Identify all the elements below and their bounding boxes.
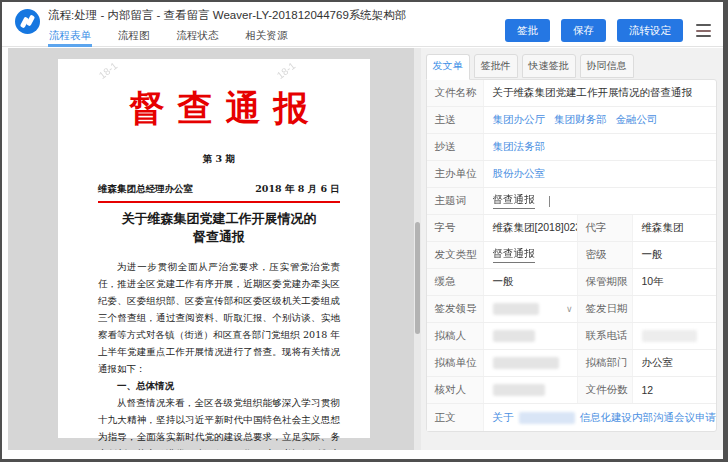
secrecy-value: 一般 [633, 242, 717, 268]
field-label: 正文 [427, 404, 484, 431]
scrollbar-thumb[interactable] [415, 222, 420, 334]
file-name-value: 关于维森集团党建工作开展情况的督查通报 [484, 80, 717, 106]
field-label: 主送 [427, 107, 484, 133]
field-label: 字号 [427, 215, 484, 241]
dept-link[interactable]: 集团办公厅 [493, 113, 546, 127]
doc-type-text: 督查通报 [493, 247, 535, 263]
redacted-text [493, 357, 559, 369]
bottom-strip [2, 450, 723, 459]
phone-value [633, 323, 717, 349]
doc-number-value: 维森集团[2018]023号 [484, 215, 577, 241]
field-label: 主题词 [427, 188, 484, 214]
dept-link[interactable]: 金融公司 [616, 113, 658, 127]
app-logo-icon [15, 9, 40, 34]
workflow-window: 流程:处理 - 内部留言 - 查看留言 Weaver-LY-2018120447… [0, 0, 728, 462]
field-label: 拟稿人 [427, 323, 484, 349]
drafter-value [484, 323, 577, 349]
redacted-text [642, 330, 697, 342]
form-row-main-send: 主送 集团办公厅 集团财务部 金融公司 [427, 107, 717, 134]
form-row-urgency: 缓急 一般 保管期限 10年 [427, 269, 717, 296]
subject-value: 督查通报 [484, 188, 717, 214]
dispatch-form: 文件名称 关于维森集团党建工作开展情况的督查通报 主送 集团办公厅 集团财务部 … [426, 79, 718, 432]
copy-send-value: 集团法务部 [484, 134, 717, 160]
draft-unit-value [484, 350, 577, 376]
approve-button[interactable]: 签批 [505, 19, 550, 42]
form-row-doc-number: 字号 维森集团[2018]023号 代字 维森集团 [427, 215, 717, 242]
field-label: 发文类型 [427, 242, 484, 268]
form-row-sign-leader: 签发领导 ∨ 签发日期 [427, 296, 717, 323]
panel-tab-collab-info[interactable]: 协同信息 [580, 54, 634, 78]
field-label: 拟稿单位 [427, 350, 484, 376]
redacted-text [493, 303, 539, 315]
chevron-down-icon[interactable]: ∨ [566, 304, 573, 314]
document-issue-number: 第 3 期 [98, 153, 340, 166]
panel-tab-approval-doc[interactable]: 签批件 [474, 54, 518, 78]
document-title-line1: 关于维森集团党建工作开展情况的 [121, 211, 316, 226]
doc-type-value: 督查通报 [484, 242, 577, 268]
form-row-copy-send: 抄送 集团法务部 [427, 134, 717, 161]
document-org-date-row: 维森集团总经理办公室 2018 年 8 月 6 日 [98, 183, 340, 196]
document-scrollbar[interactable] [414, 48, 421, 450]
field-label: 文件名称 [427, 80, 484, 106]
panel-tab-dispatch-form[interactable]: 发文单 [426, 54, 470, 80]
form-panel: 发文单 签批件 快速签批 协同信息 文件名称 关于维森集团党建工作开展情况的督查… [421, 48, 724, 450]
copies-value: 12 [633, 377, 717, 403]
main-content: 18-1 18-1 督查通报 第 3 期 维森集团总经理办公室 2018 年 8… [2, 48, 723, 450]
daizi-value: 维森集团 [633, 215, 717, 241]
field-label: 签发日期 [577, 296, 633, 322]
tab-related-resources[interactable]: 相关资源 [245, 27, 289, 47]
document-title: 关于维森集团党建工作开展情况的 督查通报 [98, 210, 340, 245]
field-label: 密级 [577, 242, 633, 268]
dept-link[interactable]: 股份办公室 [493, 167, 546, 181]
more-menu-icon[interactable] [696, 24, 711, 37]
main-send-value: 集团办公厅 集团财务部 金融公司 [484, 107, 717, 133]
body-doc-link-suffix: 信息化建设内部沟通会议申请 [580, 411, 717, 425]
header-actions: 签批 保存 流转设定 [505, 19, 711, 42]
document-title-line2: 督查通报 [193, 229, 245, 244]
body-doc-link-prefix: 关于 [493, 411, 514, 425]
header-bar: 流程:处理 - 内部留言 - 查看留言 Weaver-LY-2018120447… [2, 2, 723, 47]
document-section-heading: 一、总体情况 [98, 377, 340, 394]
watermark: 18-1 [275, 60, 298, 81]
redacted-text [493, 384, 545, 396]
save-button[interactable]: 保存 [561, 19, 606, 42]
urgency-value: 一般 [484, 269, 577, 295]
host-unit-value: 股份办公室 [484, 161, 717, 187]
tab-flow-status[interactable]: 流程状态 [176, 27, 220, 47]
field-label: 代字 [577, 215, 633, 241]
tab-flow-form[interactable]: 流程表单 [48, 27, 92, 47]
field-label: 拟稿部门 [577, 350, 633, 376]
body-doc-value: 关于 信息化建设内部沟通会议申请 [484, 404, 717, 431]
form-row-draft-unit: 拟稿单位 拟稿部门 办公室 [427, 350, 717, 377]
panel-tab-quick-approval[interactable]: 快速签批 [522, 54, 576, 78]
field-label: 核对人 [427, 377, 484, 403]
form-row-body-doc: 正文 关于 信息化建设内部沟通会议申请 [427, 404, 717, 431]
document-paragraph: 为进一步贯彻全面从严治党要求，压实管党治党责任，推进全区党建工作有序开展，近期区… [98, 258, 340, 377]
red-divider [98, 201, 340, 203]
document-org: 维森集团总经理办公室 [98, 183, 193, 196]
form-row-file-name: 文件名称 关于维森集团党建工作开展情况的督查通报 [427, 80, 717, 107]
checker-value [484, 377, 577, 403]
form-panel-tabs: 发文单 签批件 快速签批 协同信息 [426, 54, 718, 79]
sign-leader-value: ∨ [484, 296, 577, 322]
dept-link[interactable]: 集团财务部 [554, 113, 607, 127]
form-row-drafter: 拟稿人 联系电话 [427, 323, 717, 350]
field-label: 文件份数 [577, 377, 633, 403]
workflow-tabs: 流程表单 流程图 流程状态 相关资源 [48, 27, 289, 47]
body-doc-link[interactable]: 关于 信息化建设内部沟通会议申请 [493, 411, 717, 425]
route-settings-button[interactable]: 流转设定 [617, 19, 683, 42]
page-title: 流程:处理 - 内部留言 - 查看留言 Weaver-LY-2018120447… [48, 8, 406, 23]
dept-link[interactable]: 集团法务部 [493, 140, 546, 154]
form-row-doc-type: 发文类型 督查通报 密级 一般 [427, 242, 717, 269]
watermark: 18-1 [97, 60, 120, 81]
redacted-text [519, 412, 575, 424]
field-label: 主办单位 [427, 161, 484, 187]
field-label: 保管期限 [577, 269, 633, 295]
tab-flow-chart[interactable]: 流程图 [117, 27, 151, 47]
field-label: 联系电话 [577, 323, 633, 349]
subject-text: 督查通报 [493, 193, 535, 209]
field-label: 签发领导 [427, 296, 484, 322]
form-row-subject: 主题词 督查通报 [427, 188, 717, 215]
sign-date-value[interactable] [633, 296, 717, 322]
document-paragraph: 从督查情况来看，全区各级党组织能够深入学习贯彻十九大精神，坚持以习近平新时代中国… [98, 394, 340, 450]
